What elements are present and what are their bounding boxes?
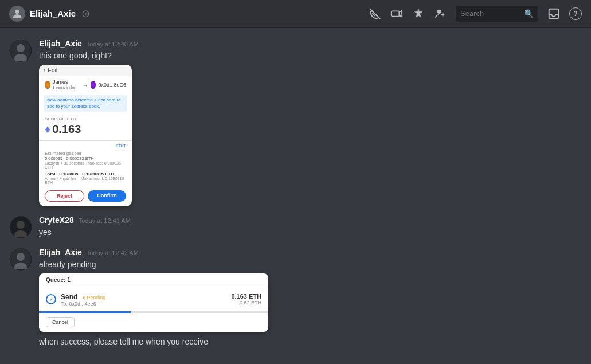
pc-send-label: Send xyxy=(61,293,77,301)
mm-total-sub: Amount + gas fee Max amount: 0.1630316 E… xyxy=(45,177,126,185)
mm-fee-label: Estimated gas fee xyxy=(45,151,126,156)
message-author: Elijah_Axie xyxy=(39,248,82,257)
mm-amount: ♦ 0.163 xyxy=(39,122,132,139)
message-group: Elijah_Axie Today at 12:40 AM this one g… xyxy=(0,37,591,209)
message-group: 😊 ↩ ⋯ Elijah_Axie Today at 12:42 AM alre… xyxy=(0,245,591,350)
svg-point-9 xyxy=(17,44,25,52)
search-icon: 🔍 xyxy=(524,9,534,18)
mm-back-icon[interactable]: ‹ xyxy=(44,67,45,73)
pc-send-line: Send ● Pending xyxy=(61,292,105,301)
avatar-image xyxy=(9,216,32,238)
message-text: yes xyxy=(39,227,582,238)
avatar-image xyxy=(9,248,32,271)
message-header: CryteX28 Today at 12:41 AM xyxy=(39,216,582,225)
message-timestamp: Today at 12:42 AM xyxy=(87,249,139,256)
pc-usd-amount: -0.62 ETH xyxy=(231,300,261,306)
avatar-image xyxy=(9,39,32,62)
topbar-channel-name: Elijah_Axie xyxy=(30,9,76,18)
svg-point-4 xyxy=(437,9,441,13)
svg-point-15 xyxy=(17,253,25,261)
search-input[interactable] xyxy=(460,9,520,18)
message-text: already pending xyxy=(39,259,582,270)
message-text: this one good, right? xyxy=(39,50,582,61)
message-author: Elijah_Axie xyxy=(39,39,82,48)
mm-sender-name: James Leonardo xyxy=(53,79,80,91)
message-timestamp: Today at 12:41 AM xyxy=(79,217,131,224)
mm-buttons: Reject Confirm xyxy=(39,187,132,206)
pc-cancel-button[interactable]: Cancel xyxy=(46,317,75,327)
message-content: Elijah_Axie Today at 12:40 AM this one g… xyxy=(39,39,582,206)
mm-gas-min: 0.000035 xyxy=(45,156,62,161)
topbar-avatar xyxy=(9,6,25,22)
add-friend-icon[interactable] xyxy=(434,7,447,20)
mm-total-label: Total 0.163035 0.1630315 ETH xyxy=(45,171,126,177)
message-content: Elijah_Axie Today at 12:42 AM already pe… xyxy=(39,248,582,348)
mm-fee-values: 0.000035 0.000032 ETH xyxy=(45,156,126,161)
mm-edit-link[interactable]: EDIT xyxy=(39,142,132,150)
pc-send-info: Send ● Pending To: 0x0d...4ee6 xyxy=(61,292,105,307)
mm-total-row: Total 0.163035 0.1630315 ETH Amount + ga… xyxy=(39,170,132,187)
svg-point-12 xyxy=(17,221,25,229)
mm-likely: Likely in < 30 seconds Max fee: 0.000035… xyxy=(45,161,126,169)
svg-point-0 xyxy=(15,9,19,13)
pc-eth-amount: 0.163 ETH xyxy=(231,293,261,300)
mm-edit-bar: ‹ Edit xyxy=(39,65,132,76)
phone-off-icon[interactable] xyxy=(369,7,381,20)
topbar-dot: ⊙ xyxy=(81,7,90,20)
avatar xyxy=(9,39,32,62)
mm-arrow-icon: → xyxy=(83,82,88,88)
message-header: Elijah_Axie Today at 12:42 AM xyxy=(39,248,582,257)
pc-check-icon: ✓ xyxy=(46,294,56,304)
mm-alert[interactable]: New address detected. Click here to add … xyxy=(44,95,127,112)
mm-reject-button[interactable]: Reject xyxy=(45,190,84,202)
message-extra-text: when success, please tell me when you re… xyxy=(39,336,582,347)
inbox-icon[interactable] xyxy=(547,7,560,20)
topbar-left: Elijah_Axie ⊙ xyxy=(9,6,90,22)
pc-cancel-area: Cancel xyxy=(39,313,268,332)
message-group: CryteX28 Today at 12:41 AM yes xyxy=(0,213,591,241)
mm-sending-label: SENDING ETH xyxy=(39,114,132,122)
message-timestamp: Today at 12:40 AM xyxy=(87,41,139,48)
pending-card: Queue: 1 ✓ Send ● Pending To: 0x0d...4ee… xyxy=(39,273,268,332)
mm-receiver-name: 0x0d...8eC6 xyxy=(98,82,126,88)
mm-eth-symbol: ♦ xyxy=(45,123,50,136)
mm-fee-row: Estimated gas fee 0.000035 0.000032 ETH … xyxy=(39,150,132,170)
mm-divider xyxy=(39,140,132,141)
pc-header: Queue: 1 xyxy=(39,273,268,287)
pc-row: ✓ Send ● Pending To: 0x0d...4ee6 0.163 E… xyxy=(39,287,268,311)
pc-to-address: To: 0x0d...4ee6 xyxy=(61,301,105,307)
metamask-card: ‹ Edit James Leonardo → 0x0d...8eC6 New … xyxy=(39,65,132,206)
mm-sender-icon xyxy=(45,81,50,89)
avatar xyxy=(9,248,32,271)
svg-marker-3 xyxy=(400,10,402,17)
help-icon[interactable]: ? xyxy=(569,7,582,20)
mm-gas-max: 0.000032 ETH xyxy=(66,156,93,161)
pin-icon[interactable] xyxy=(412,7,425,20)
mm-receiver-icon xyxy=(91,81,96,89)
pc-amounts: 0.163 ETH -0.62 ETH xyxy=(231,293,261,306)
mm-edit-label[interactable]: Edit xyxy=(48,67,57,73)
message-author: CryteX28 xyxy=(39,216,74,225)
pc-queue-label: Queue: 1 xyxy=(46,277,71,283)
svg-rect-2 xyxy=(392,11,400,16)
mm-amount-value: 0.163 xyxy=(52,123,81,136)
avatar xyxy=(9,216,32,238)
svg-rect-7 xyxy=(549,9,559,18)
topbar: Elijah_Axie ⊙ xyxy=(0,0,591,28)
mm-sender-row: James Leonardo → 0x0d...8eC6 xyxy=(39,76,132,93)
messages-area: Elijah_Axie Today at 12:40 AM this one g… xyxy=(0,28,591,364)
message-content: CryteX28 Today at 12:41 AM yes xyxy=(39,216,582,238)
pc-progress-bar xyxy=(39,311,268,313)
topbar-right: 🔍 ? xyxy=(369,6,582,22)
pc-progress-fill xyxy=(39,311,131,313)
pc-pending-badge: ● Pending xyxy=(82,295,105,300)
mm-confirm-button[interactable]: Confirm xyxy=(88,190,126,202)
video-icon[interactable] xyxy=(390,7,403,20)
pc-left: ✓ Send ● Pending To: 0x0d...4ee6 xyxy=(46,292,105,307)
message-header: Elijah_Axie Today at 12:40 AM xyxy=(39,39,582,48)
search-box[interactable]: 🔍 xyxy=(456,6,538,22)
